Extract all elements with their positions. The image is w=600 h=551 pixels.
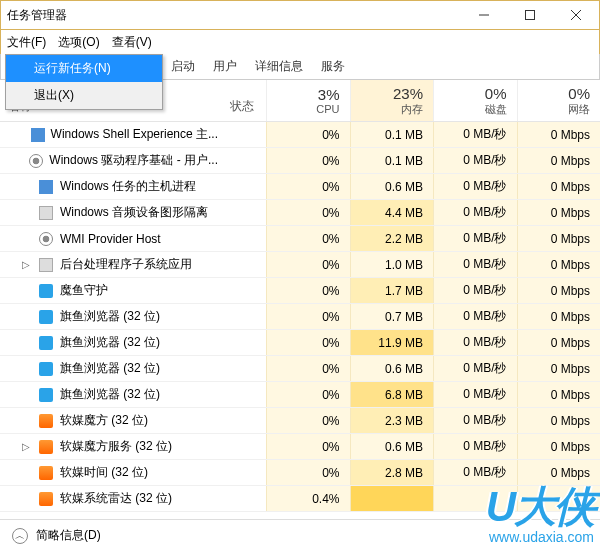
maximize-button[interactable] <box>507 1 553 29</box>
process-icon <box>38 387 54 403</box>
process-name-cell: WMI Provider Host <box>0 231 218 247</box>
process-name-cell: 旗鱼浏览器 (32 位) <box>0 308 218 325</box>
process-row[interactable]: 旗鱼浏览器 (32 位)0%11.9 MB0 MB/秒0 Mbps <box>0 330 600 356</box>
process-name: 旗鱼浏览器 (32 位) <box>60 386 160 403</box>
header-network[interactable]: 0% 网络 <box>517 80 601 121</box>
brief-info-button[interactable]: 简略信息(D) <box>36 527 101 544</box>
process-icon <box>38 439 54 455</box>
process-name: Windows 音频设备图形隔离 <box>60 204 208 221</box>
process-memory: 1.7 MB <box>350 278 434 303</box>
process-name: 旗鱼浏览器 (32 位) <box>60 308 160 325</box>
process-disk: 0 MB/秒 <box>433 382 517 407</box>
process-row[interactable]: 软媒时间 (32 位)0%2.8 MB0 MB/秒0 Mbps <box>0 460 600 486</box>
menu-file[interactable]: 文件(F) <box>7 34 46 51</box>
process-network: 0 Mbps <box>517 122 601 147</box>
process-name: 软媒魔方 (32 位) <box>60 412 148 429</box>
process-memory: 1.0 MB <box>350 252 434 277</box>
expand-icon[interactable]: ▷ <box>20 259 32 270</box>
process-memory: 0.7 MB <box>350 304 434 329</box>
process-network: 0 Mbps <box>517 460 601 485</box>
process-cpu: 0% <box>266 330 350 355</box>
process-disk <box>433 486 517 511</box>
process-name-cell: 软媒系统雷达 (32 位) <box>0 490 218 507</box>
process-icon <box>29 153 43 169</box>
process-row[interactable]: Windows 任务的主机进程0%0.6 MB0 MB/秒0 Mbps <box>0 174 600 200</box>
menu-item-exit[interactable]: 退出(X) <box>6 82 162 109</box>
footer: ︿ 简略信息(D) <box>0 519 600 551</box>
process-name: 旗鱼浏览器 (32 位) <box>60 334 160 351</box>
process-row[interactable]: 软媒魔方 (32 位)0%2.3 MB0 MB/秒0 Mbps <box>0 408 600 434</box>
process-icon <box>38 179 54 195</box>
process-network: 0 Mbps <box>517 356 601 381</box>
process-row[interactable]: 魔鱼守护0%1.7 MB0 MB/秒0 Mbps <box>0 278 600 304</box>
minimize-button[interactable] <box>461 1 507 29</box>
process-cpu: 0% <box>266 460 350 485</box>
process-row[interactable]: 软媒系统雷达 (32 位)0.4% <box>0 486 600 512</box>
memory-label: 内存 <box>401 102 423 117</box>
header-status[interactable]: 状态 <box>218 80 266 121</box>
process-cpu: 0% <box>266 148 350 173</box>
cpu-label: CPU <box>316 103 339 115</box>
process-name-cell: Windows 音频设备图形隔离 <box>0 204 218 221</box>
menu-view[interactable]: 查看(V) <box>112 34 152 51</box>
process-memory: 0.1 MB <box>350 148 434 173</box>
process-name-cell: Windows 驱动程序基础 - 用户... <box>0 152 218 169</box>
process-name: Windows Shell Experience 主... <box>51 126 218 143</box>
process-name: Windows 任务的主机进程 <box>60 178 196 195</box>
process-network: 0 Mbps <box>517 304 601 329</box>
tab-details[interactable]: 详细信息 <box>251 55 307 78</box>
expand-icon[interactable]: ▷ <box>20 441 32 452</box>
process-list[interactable]: Windows Shell Experience 主...0%0.1 MB0 M… <box>0 122 600 512</box>
process-row[interactable]: WMI Provider Host0%2.2 MB0 MB/秒0 Mbps <box>0 226 600 252</box>
process-network: 0 Mbps <box>517 174 601 199</box>
menu-options[interactable]: 选项(O) <box>58 34 99 51</box>
chevron-up-icon[interactable]: ︿ <box>12 528 28 544</box>
header-disk[interactable]: 0% 磁盘 <box>433 80 517 121</box>
process-row[interactable]: 旗鱼浏览器 (32 位)0%0.7 MB0 MB/秒0 Mbps <box>0 304 600 330</box>
process-network: 0 Mbps <box>517 148 601 173</box>
titlebar[interactable]: 任务管理器 <box>0 0 600 30</box>
process-row[interactable]: Windows 驱动程序基础 - 用户...0%0.1 MB0 MB/秒0 Mb… <box>0 148 600 174</box>
process-icon <box>38 257 54 273</box>
process-name-cell: ▷软媒魔方服务 (32 位) <box>0 438 218 455</box>
process-name-cell: Windows 任务的主机进程 <box>0 178 218 195</box>
process-disk: 0 MB/秒 <box>433 434 517 459</box>
tab-users[interactable]: 用户 <box>209 55 241 78</box>
process-cpu: 0% <box>266 226 350 251</box>
process-cpu: 0% <box>266 382 350 407</box>
process-disk: 0 MB/秒 <box>433 304 517 329</box>
process-name: WMI Provider Host <box>60 232 161 246</box>
process-network: 0 Mbps <box>517 330 601 355</box>
process-row[interactable]: 旗鱼浏览器 (32 位)0%0.6 MB0 MB/秒0 Mbps <box>0 356 600 382</box>
process-name-cell: Windows Shell Experience 主... <box>0 126 218 143</box>
process-name: 旗鱼浏览器 (32 位) <box>60 360 160 377</box>
process-name-cell: 旗鱼浏览器 (32 位) <box>0 334 218 351</box>
process-disk: 0 MB/秒 <box>433 356 517 381</box>
process-memory: 0.1 MB <box>350 122 434 147</box>
process-name-cell: 软媒魔方 (32 位) <box>0 412 218 429</box>
process-row[interactable]: Windows Shell Experience 主...0%0.1 MB0 M… <box>0 122 600 148</box>
network-percent: 0% <box>568 85 590 102</box>
process-row[interactable]: ▷后台处理程序子系统应用0%1.0 MB0 MB/秒0 Mbps <box>0 252 600 278</box>
menu-item-run-new-task[interactable]: 运行新任务(N) <box>6 55 162 82</box>
process-row[interactable]: 旗鱼浏览器 (32 位)0%6.8 MB0 MB/秒0 Mbps <box>0 382 600 408</box>
tab-services[interactable]: 服务 <box>317 55 349 78</box>
process-cpu: 0% <box>266 434 350 459</box>
process-icon <box>38 309 54 325</box>
file-menu-dropdown: 运行新任务(N) 退出(X) <box>5 54 163 110</box>
close-button[interactable] <box>553 1 599 29</box>
process-cpu: 0% <box>266 278 350 303</box>
network-label: 网络 <box>568 102 590 117</box>
process-disk: 0 MB/秒 <box>433 408 517 433</box>
process-cpu: 0% <box>266 408 350 433</box>
process-row[interactable]: Windows 音频设备图形隔离0%4.4 MB0 MB/秒0 Mbps <box>0 200 600 226</box>
process-disk: 0 MB/秒 <box>433 226 517 251</box>
process-memory: 0.6 MB <box>350 356 434 381</box>
tab-startup[interactable]: 启动 <box>167 55 199 78</box>
process-memory <box>350 486 434 511</box>
process-network <box>517 486 601 511</box>
header-memory[interactable]: 23% 内存 <box>350 80 434 121</box>
header-cpu[interactable]: 3% CPU <box>266 80 350 121</box>
process-disk: 0 MB/秒 <box>433 460 517 485</box>
process-row[interactable]: ▷软媒魔方服务 (32 位)0%0.6 MB0 MB/秒0 Mbps <box>0 434 600 460</box>
